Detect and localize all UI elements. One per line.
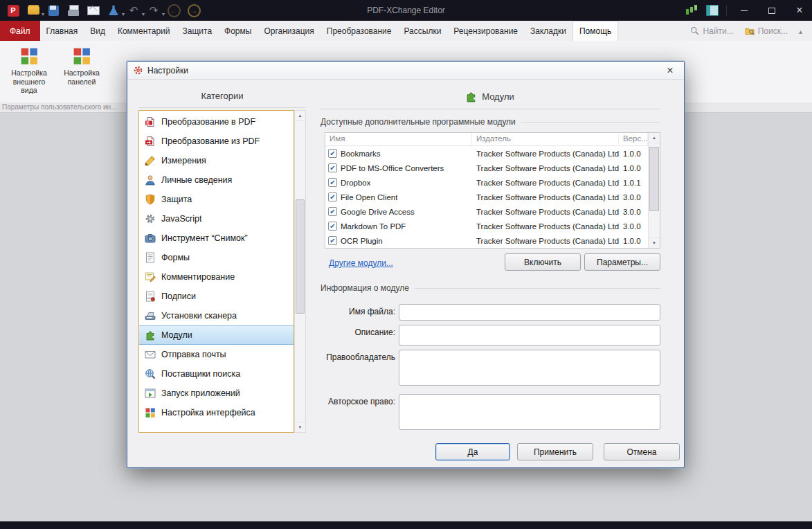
category-item[interactable]: Модули xyxy=(139,325,294,345)
app-logo-icon[interactable] xyxy=(4,1,22,19)
cancel-button[interactable]: Отмена xyxy=(604,443,680,460)
module-version: 1.0.0 xyxy=(623,237,641,245)
category-item[interactable]: Комментирование xyxy=(139,267,294,287)
ribbon-tab[interactable]: Формы xyxy=(218,21,258,41)
column-name[interactable]: Имя xyxy=(325,133,472,145)
module-row[interactable]: Dropbox Tracker Software Products (Canad… xyxy=(325,175,648,190)
scroll-up-icon[interactable] xyxy=(295,111,305,121)
module-name: Bookmarks xyxy=(341,150,381,158)
ribbon-tab[interactable]: Преобразование xyxy=(321,21,398,41)
scrollbar-thumb[interactable] xyxy=(296,199,305,314)
panels-settings-button[interactable]: Настройка панелей xyxy=(55,43,108,96)
ribbon-tab[interactable]: Файл xyxy=(0,21,40,41)
module-checkbox[interactable] xyxy=(328,222,337,231)
scrollbar-thumb[interactable] xyxy=(649,147,659,210)
category-item[interactable]: Поставщики поиска xyxy=(139,364,294,384)
module-row[interactable]: PDF to MS-Office Converters Tracker Soft… xyxy=(325,161,648,175)
category-item[interactable]: Формы xyxy=(139,248,294,267)
categories-scrollbar[interactable] xyxy=(294,110,306,433)
module-info-caption: Информация о модуле xyxy=(321,283,660,293)
category-item[interactable]: Подписи xyxy=(139,287,294,306)
scroll-down-icon[interactable] xyxy=(295,422,305,432)
search-button[interactable]: Поиск... xyxy=(745,26,788,36)
scrollbar-track[interactable] xyxy=(295,121,305,422)
close-button[interactable] xyxy=(787,0,812,21)
module-checkbox[interactable] xyxy=(328,149,337,158)
copyright-input[interactable] xyxy=(399,394,660,430)
ribbon-tab[interactable]: Организация xyxy=(258,21,320,41)
scroll-down-icon[interactable] xyxy=(649,237,660,248)
module-checkbox[interactable] xyxy=(328,192,337,201)
category-item[interactable]: Настройка интерфейса xyxy=(139,403,294,422)
ribbon-tab[interactable]: Рецензирование xyxy=(447,21,524,41)
nav-back-icon[interactable] xyxy=(165,1,183,19)
ribbon-tab[interactable]: Комментарий xyxy=(111,21,177,41)
column-version[interactable]: Верс... xyxy=(619,133,648,145)
collapse-ribbon-icon[interactable] xyxy=(799,26,802,36)
module-row[interactable]: File Open Client Tracker Software Produc… xyxy=(325,190,648,204)
ribbon-tab[interactable]: Защита xyxy=(177,21,219,41)
close-icon xyxy=(796,4,802,17)
modules-header-label: Модули xyxy=(482,91,514,102)
module-checkbox[interactable] xyxy=(328,236,337,245)
category-item[interactable]: Преобразование из PDF xyxy=(139,132,294,151)
titlebar-quick-access xyxy=(0,1,203,19)
category-item[interactable]: Инструмент “Снимок” xyxy=(139,228,294,248)
panels-settings-label: Настройка панелей xyxy=(57,69,107,86)
category-item[interactable]: Преобразование в PDF xyxy=(139,112,294,132)
module-row[interactable]: Bookmarks Tracker Software Products (Can… xyxy=(325,146,648,161)
email-icon[interactable] xyxy=(84,1,102,19)
description-input[interactable] xyxy=(399,325,660,346)
module-checkbox[interactable] xyxy=(328,163,337,172)
dialog-title: Настройки xyxy=(147,66,188,75)
rightsholder-input[interactable] xyxy=(399,350,660,386)
tools-flask-icon[interactable] xyxy=(105,1,123,19)
module-publisher: Tracker Software Products (Canada) Ltd xyxy=(476,193,619,201)
maximize-button[interactable] xyxy=(759,0,784,21)
ribbon-tab[interactable]: Рассылки xyxy=(398,21,448,41)
apply-button[interactable]: Применить xyxy=(517,443,593,460)
ribbon-tab[interactable]: Главная xyxy=(40,21,84,41)
module-row[interactable]: Google Drive Access Tracker Software Pro… xyxy=(325,204,648,219)
nav-forward-icon[interactable] xyxy=(185,1,203,19)
ribbon-tab[interactable]: Закладки xyxy=(524,21,572,41)
scroll-up-icon[interactable] xyxy=(649,133,660,143)
performance-icon[interactable] xyxy=(683,1,701,19)
category-item[interactable]: Отправка почты xyxy=(139,345,294,364)
ui-icon xyxy=(145,407,156,418)
ribbon-tab[interactable]: Помощь xyxy=(572,21,618,41)
dialog-close-button[interactable] xyxy=(662,63,678,78)
scrollbar-track[interactable] xyxy=(649,143,660,237)
category-item[interactable]: Личные сведения xyxy=(139,170,294,190)
category-item[interactable]: JavaScript xyxy=(139,209,294,228)
category-item[interactable]: Установки сканера xyxy=(139,306,294,325)
save-icon[interactable] xyxy=(44,1,62,19)
open-folder-icon[interactable] xyxy=(24,1,42,19)
filename-input[interactable] xyxy=(399,304,660,321)
appearance-settings-button[interactable]: Настройка внешнего вида xyxy=(3,43,55,96)
module-checkbox[interactable] xyxy=(328,178,337,187)
table-scrollbar[interactable] xyxy=(648,133,660,248)
undo-icon[interactable] xyxy=(125,1,143,19)
ok-button[interactable]: Да xyxy=(435,443,510,460)
pdf-out-icon xyxy=(145,136,156,147)
other-modules-link[interactable]: Другие модули... xyxy=(329,258,393,268)
find-button[interactable]: Найти... xyxy=(690,26,733,36)
module-row[interactable]: Markdown To PDF Tracker Software Product… xyxy=(325,219,648,233)
options-button[interactable]: Параметры... xyxy=(584,253,660,271)
category-item[interactable]: Измерения xyxy=(139,151,294,170)
enable-button[interactable]: Включить xyxy=(505,253,581,271)
module-publisher: Tracker Software Products (Canada) Ltd xyxy=(476,208,619,216)
redo-icon[interactable] xyxy=(145,1,163,19)
print-icon[interactable] xyxy=(64,1,82,19)
category-item[interactable]: Запуск приложений xyxy=(139,384,294,403)
minimize-button[interactable] xyxy=(732,0,757,21)
module-checkbox[interactable] xyxy=(328,207,337,216)
forms-icon xyxy=(145,252,156,263)
category-item[interactable]: Защита xyxy=(139,190,294,209)
column-publisher[interactable]: Издатель xyxy=(472,133,619,145)
ribbon-tab[interactable]: Вид xyxy=(84,21,111,41)
panels-layout-icon[interactable] xyxy=(703,1,721,19)
module-row[interactable]: OCR Plugin Tracker Software Products (Ca… xyxy=(325,233,648,248)
modules-group-caption: Доступные дополнительные программные мод… xyxy=(321,117,660,127)
